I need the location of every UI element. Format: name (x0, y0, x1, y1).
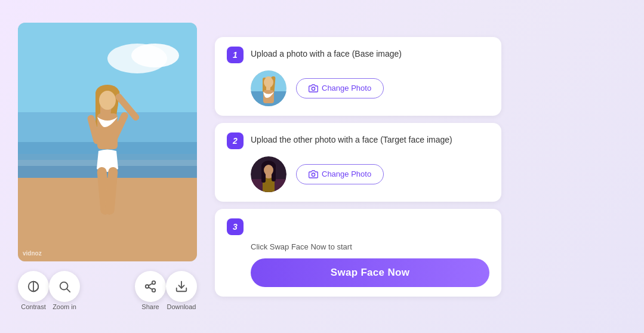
contrast-button-group: Contrast (18, 271, 49, 310)
step-1-thumb-image (251, 70, 286, 106)
download-button-group: Download (166, 271, 197, 310)
contrast-icon (27, 280, 40, 293)
step-1-card: 1 Upload a photo with a face (Base image… (215, 37, 501, 116)
svg-line-24 (149, 287, 152, 289)
step-2-title: Upload the other photo with a face (Targ… (251, 132, 452, 146)
steps-panel: 1 Upload a photo with a face (Base image… (215, 37, 501, 297)
step-2-change-photo-button[interactable]: Change Photo (296, 164, 384, 184)
preview-image-frame: vidnoz (18, 23, 197, 261)
share-button[interactable] (135, 271, 166, 302)
step-3-content: Click Swap Face Now to start Swap Face N… (227, 242, 489, 287)
svg-line-25 (149, 283, 152, 286)
camera-icon-2 (309, 169, 318, 179)
zoom-label: Zoom in (53, 303, 76, 310)
step-2-change-photo-label: Change Photo (322, 169, 371, 178)
zoom-button[interactable] (49, 271, 80, 302)
step-1-change-photo-label: Change Photo (322, 84, 371, 92)
toolbar: Contrast Zoom in (18, 271, 197, 310)
camera-icon-1 (309, 84, 318, 93)
step-1-number: 1 (227, 47, 244, 63)
main-container: vidnoz Contrast (0, 0, 644, 333)
step-2-card: 2 Upload the other photo with a face (Ta… (215, 123, 501, 202)
step-2-number: 2 (227, 132, 244, 149)
step-3-hint: Click Swap Face Now to start (251, 242, 489, 251)
step-3-card: 3 Click Swap Face Now to start Swap Face… (215, 209, 501, 297)
share-label: Share (141, 303, 159, 310)
download-icon (175, 280, 188, 293)
step-2-header: 2 Upload the other photo with a face (Ta… (227, 132, 489, 149)
step-3-number: 3 (227, 218, 244, 235)
zoom-icon (58, 280, 71, 293)
step-2-photo-thumb (251, 156, 286, 192)
step-1-content: Change Photo (227, 70, 489, 106)
contrast-button[interactable] (18, 271, 49, 302)
step-3-header: 3 (227, 218, 489, 235)
svg-point-42 (264, 165, 273, 175)
step-1-photo-thumb (251, 70, 286, 106)
step-1-title: Upload a photo with a face (Base image) (251, 47, 402, 60)
download-label: Download (167, 303, 196, 310)
watermark: vidnoz (23, 250, 42, 257)
step-1-header: 1 Upload a photo with a face (Base image… (227, 47, 489, 63)
svg-point-34 (312, 87, 315, 90)
svg-line-20 (67, 289, 70, 292)
zoom-button-group: Zoom in (49, 271, 80, 310)
svg-point-32 (264, 77, 273, 88)
svg-point-11 (99, 91, 116, 110)
share-button-group: Share (135, 271, 166, 310)
svg-point-3 (131, 44, 179, 67)
share-icon (144, 280, 157, 293)
step-1-change-photo-button[interactable]: Change Photo (296, 78, 384, 98)
step-2-thumb-image (251, 156, 286, 192)
download-button[interactable] (166, 271, 197, 302)
image-viewer: vidnoz Contrast (18, 23, 197, 310)
svg-point-43 (312, 173, 315, 176)
swap-face-button[interactable]: Swap Face Now (251, 258, 489, 287)
preview-image (18, 23, 197, 261)
step-2-content: Change Photo (227, 156, 489, 192)
contrast-label: Contrast (21, 303, 46, 310)
